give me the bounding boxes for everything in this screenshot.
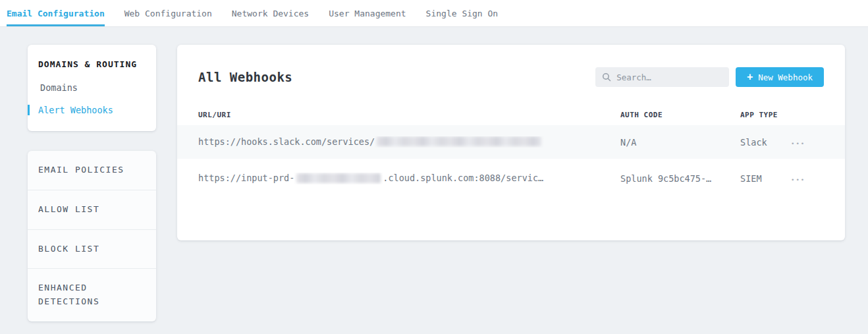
redacted-text (296, 173, 381, 183)
row-actions: ••• (791, 173, 824, 184)
webhook-app-type: SIEM (740, 173, 791, 184)
webhook-auth-code: Splunk 9c5bc475-… (620, 173, 740, 184)
row-actions-menu-icon[interactable]: ••• (791, 177, 805, 183)
webhooks-panel: All Webhooks + New Webhook URL/URI AU (177, 45, 845, 240)
tab-network-devices[interactable]: Network Devices (232, 0, 309, 26)
column-header-app-type: APP TYPE (740, 111, 791, 119)
sidebar-item-allow-list[interactable]: ALLOW LIST (28, 190, 156, 230)
row-actions-menu-icon[interactable]: ••• (791, 140, 805, 147)
plus-icon: + (747, 72, 753, 82)
policy-sections-card: EMAIL POLICIES ALLOW LIST BLOCK LIST ENH… (28, 151, 156, 321)
table-row: https://input-prd-.cloud.splunk.com:8088… (177, 159, 845, 198)
panel-header: All Webhooks + New Webhook (177, 45, 845, 104)
tab-email-configuration[interactable]: Email Configuration (7, 0, 105, 26)
header-actions: + New Webhook (595, 67, 824, 87)
webhooks-table: URL/URI AUTH CODE APP TYPE https://hooks… (177, 104, 845, 198)
url-suffix: .cloud.splunk.com:8088/servic… (383, 173, 543, 183)
page-title: All Webhooks (198, 70, 292, 84)
domains-routing-card: DOMAINS & ROUTING Domains Alert Webhooks (28, 45, 156, 131)
table-row: https://hooks.slack.com/services/ N/A Sl… (177, 125, 845, 159)
sidebar-item-enhanced-detections[interactable]: ENHANCED DETECTIONS (28, 269, 156, 321)
domains-routing-heading: DOMAINS & ROUTING (28, 59, 156, 69)
search-box[interactable] (595, 67, 729, 87)
webhook-app-type: Slack (740, 137, 791, 148)
webhook-url: https://input-prd-.cloud.splunk.com:8088… (198, 173, 620, 184)
sidebar-item-email-policies[interactable]: EMAIL POLICIES (28, 151, 156, 190)
url-prefix: https://hooks.slack.com/services/ (198, 136, 375, 147)
tab-web-configuration[interactable]: Web Configuration (124, 0, 212, 26)
sidebar-item-alert-webhooks[interactable]: Alert Webhooks (28, 105, 156, 115)
sidebar-item-block-list[interactable]: BLOCK LIST (28, 230, 156, 269)
new-webhook-label: New Webhook (758, 72, 813, 82)
redacted-text (377, 136, 541, 146)
sidebar: DOMAINS & ROUTING Domains Alert Webhooks… (28, 45, 156, 321)
search-input[interactable] (616, 72, 722, 82)
new-webhook-button[interactable]: + New Webhook (736, 67, 824, 87)
top-nav: Email Configuration Web Configuration Ne… (0, 0, 868, 27)
url-prefix: https://input-prd- (198, 173, 294, 183)
webhook-auth-code: N/A (620, 137, 740, 148)
column-header-url: URL/URI (198, 111, 620, 119)
tab-user-management[interactable]: User Management (329, 0, 406, 26)
sidebar-item-domains[interactable]: Domains (28, 82, 156, 93)
page-content: DOMAINS & ROUTING Domains Alert Webhooks… (0, 27, 868, 321)
column-header-auth-code: AUTH CODE (620, 111, 740, 119)
row-actions: ••• (791, 137, 824, 148)
table-header-row: URL/URI AUTH CODE APP TYPE (177, 104, 845, 125)
search-icon (602, 72, 611, 82)
webhook-url: https://hooks.slack.com/services/ (198, 136, 620, 148)
tab-single-sign-on[interactable]: Single Sign On (426, 0, 499, 26)
